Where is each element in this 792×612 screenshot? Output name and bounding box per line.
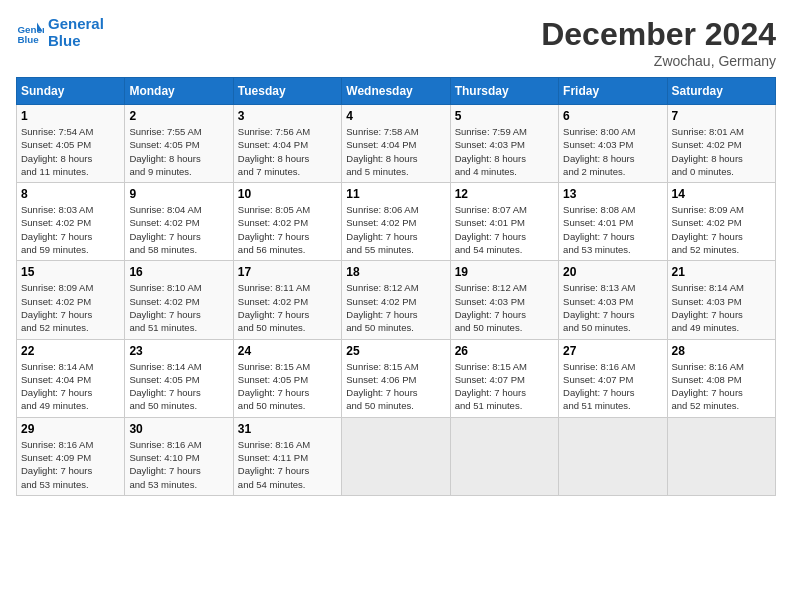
calendar-week-row: 8Sunrise: 8:03 AM Sunset: 4:02 PM Daylig… (17, 183, 776, 261)
day-number: 23 (129, 344, 228, 358)
day-number: 28 (672, 344, 771, 358)
day-info: Sunrise: 8:15 AM Sunset: 4:07 PM Dayligh… (455, 360, 554, 413)
day-info: Sunrise: 8:08 AM Sunset: 4:01 PM Dayligh… (563, 203, 662, 256)
day-number: 13 (563, 187, 662, 201)
day-number: 29 (21, 422, 120, 436)
day-info: Sunrise: 8:09 AM Sunset: 4:02 PM Dayligh… (672, 203, 771, 256)
calendar-cell: 14Sunrise: 8:09 AM Sunset: 4:02 PM Dayli… (667, 183, 775, 261)
calendar-cell: 10Sunrise: 8:05 AM Sunset: 4:02 PM Dayli… (233, 183, 341, 261)
calendar-cell: 11Sunrise: 8:06 AM Sunset: 4:02 PM Dayli… (342, 183, 450, 261)
svg-text:Blue: Blue (17, 33, 39, 44)
calendar-cell: 20Sunrise: 8:13 AM Sunset: 4:03 PM Dayli… (559, 261, 667, 339)
dow-header: Tuesday (233, 78, 341, 105)
day-number: 11 (346, 187, 445, 201)
calendar-cell (667, 417, 775, 495)
dow-header: Friday (559, 78, 667, 105)
day-number: 3 (238, 109, 337, 123)
day-info: Sunrise: 8:14 AM Sunset: 4:03 PM Dayligh… (672, 281, 771, 334)
day-info: Sunrise: 8:14 AM Sunset: 4:04 PM Dayligh… (21, 360, 120, 413)
day-number: 12 (455, 187, 554, 201)
logo-line1: General (48, 16, 104, 33)
calendar-cell: 12Sunrise: 8:07 AM Sunset: 4:01 PM Dayli… (450, 183, 558, 261)
logo: General Blue General Blue (16, 16, 104, 49)
day-info: Sunrise: 8:15 AM Sunset: 4:05 PM Dayligh… (238, 360, 337, 413)
calendar-cell: 30Sunrise: 8:16 AM Sunset: 4:10 PM Dayli… (125, 417, 233, 495)
calendar-cell: 17Sunrise: 8:11 AM Sunset: 4:02 PM Dayli… (233, 261, 341, 339)
calendar-cell: 31Sunrise: 8:16 AM Sunset: 4:11 PM Dayli… (233, 417, 341, 495)
day-info: Sunrise: 8:03 AM Sunset: 4:02 PM Dayligh… (21, 203, 120, 256)
location-subtitle: Zwochau, Germany (541, 53, 776, 69)
day-number: 16 (129, 265, 228, 279)
calendar-cell (559, 417, 667, 495)
day-number: 22 (21, 344, 120, 358)
calendar-cell: 29Sunrise: 8:16 AM Sunset: 4:09 PM Dayli… (17, 417, 125, 495)
calendar-cell: 8Sunrise: 8:03 AM Sunset: 4:02 PM Daylig… (17, 183, 125, 261)
day-number: 14 (672, 187, 771, 201)
calendar-cell: 13Sunrise: 8:08 AM Sunset: 4:01 PM Dayli… (559, 183, 667, 261)
day-number: 5 (455, 109, 554, 123)
dow-header: Wednesday (342, 78, 450, 105)
day-info: Sunrise: 7:59 AM Sunset: 4:03 PM Dayligh… (455, 125, 554, 178)
days-of-week-row: SundayMondayTuesdayWednesdayThursdayFrid… (17, 78, 776, 105)
calendar-cell: 25Sunrise: 8:15 AM Sunset: 4:06 PM Dayli… (342, 339, 450, 417)
day-info: Sunrise: 7:55 AM Sunset: 4:05 PM Dayligh… (129, 125, 228, 178)
day-info: Sunrise: 8:04 AM Sunset: 4:02 PM Dayligh… (129, 203, 228, 256)
dow-header: Saturday (667, 78, 775, 105)
day-info: Sunrise: 8:06 AM Sunset: 4:02 PM Dayligh… (346, 203, 445, 256)
page-header: General Blue General Blue December 2024 … (16, 16, 776, 69)
calendar-cell: 23Sunrise: 8:14 AM Sunset: 4:05 PM Dayli… (125, 339, 233, 417)
calendar-cell: 27Sunrise: 8:16 AM Sunset: 4:07 PM Dayli… (559, 339, 667, 417)
calendar-cell: 26Sunrise: 8:15 AM Sunset: 4:07 PM Dayli… (450, 339, 558, 417)
dow-header: Monday (125, 78, 233, 105)
day-number: 10 (238, 187, 337, 201)
day-info: Sunrise: 7:58 AM Sunset: 4:04 PM Dayligh… (346, 125, 445, 178)
day-number: 21 (672, 265, 771, 279)
calendar-cell: 28Sunrise: 8:16 AM Sunset: 4:08 PM Dayli… (667, 339, 775, 417)
day-number: 6 (563, 109, 662, 123)
calendar-week-row: 29Sunrise: 8:16 AM Sunset: 4:09 PM Dayli… (17, 417, 776, 495)
logo-line2: Blue (48, 33, 104, 50)
day-info: Sunrise: 8:12 AM Sunset: 4:02 PM Dayligh… (346, 281, 445, 334)
calendar-cell: 18Sunrise: 8:12 AM Sunset: 4:02 PM Dayli… (342, 261, 450, 339)
day-number: 18 (346, 265, 445, 279)
month-title: December 2024 (541, 16, 776, 53)
day-info: Sunrise: 8:16 AM Sunset: 4:08 PM Dayligh… (672, 360, 771, 413)
calendar-cell: 24Sunrise: 8:15 AM Sunset: 4:05 PM Dayli… (233, 339, 341, 417)
day-info: Sunrise: 8:00 AM Sunset: 4:03 PM Dayligh… (563, 125, 662, 178)
title-block: December 2024 Zwochau, Germany (541, 16, 776, 69)
day-number: 7 (672, 109, 771, 123)
day-info: Sunrise: 8:16 AM Sunset: 4:09 PM Dayligh… (21, 438, 120, 491)
day-info: Sunrise: 8:09 AM Sunset: 4:02 PM Dayligh… (21, 281, 120, 334)
day-info: Sunrise: 8:13 AM Sunset: 4:03 PM Dayligh… (563, 281, 662, 334)
day-number: 17 (238, 265, 337, 279)
day-number: 2 (129, 109, 228, 123)
calendar-week-row: 15Sunrise: 8:09 AM Sunset: 4:02 PM Dayli… (17, 261, 776, 339)
day-info: Sunrise: 7:56 AM Sunset: 4:04 PM Dayligh… (238, 125, 337, 178)
calendar-cell: 2Sunrise: 7:55 AM Sunset: 4:05 PM Daylig… (125, 105, 233, 183)
calendar-cell: 5Sunrise: 7:59 AM Sunset: 4:03 PM Daylig… (450, 105, 558, 183)
day-info: Sunrise: 8:16 AM Sunset: 4:07 PM Dayligh… (563, 360, 662, 413)
calendar-week-row: 1Sunrise: 7:54 AM Sunset: 4:05 PM Daylig… (17, 105, 776, 183)
day-info: Sunrise: 8:11 AM Sunset: 4:02 PM Dayligh… (238, 281, 337, 334)
calendar-cell: 16Sunrise: 8:10 AM Sunset: 4:02 PM Dayli… (125, 261, 233, 339)
day-info: Sunrise: 8:16 AM Sunset: 4:11 PM Dayligh… (238, 438, 337, 491)
day-number: 19 (455, 265, 554, 279)
day-number: 1 (21, 109, 120, 123)
calendar-body: 1Sunrise: 7:54 AM Sunset: 4:05 PM Daylig… (17, 105, 776, 496)
day-info: Sunrise: 7:54 AM Sunset: 4:05 PM Dayligh… (21, 125, 120, 178)
day-info: Sunrise: 8:16 AM Sunset: 4:10 PM Dayligh… (129, 438, 228, 491)
day-number: 31 (238, 422, 337, 436)
day-number: 26 (455, 344, 554, 358)
logo-icon: General Blue (16, 19, 44, 47)
calendar-cell (450, 417, 558, 495)
day-number: 30 (129, 422, 228, 436)
day-info: Sunrise: 8:05 AM Sunset: 4:02 PM Dayligh… (238, 203, 337, 256)
calendar-cell: 4Sunrise: 7:58 AM Sunset: 4:04 PM Daylig… (342, 105, 450, 183)
calendar-cell: 1Sunrise: 7:54 AM Sunset: 4:05 PM Daylig… (17, 105, 125, 183)
calendar-cell: 9Sunrise: 8:04 AM Sunset: 4:02 PM Daylig… (125, 183, 233, 261)
dow-header: Sunday (17, 78, 125, 105)
day-info: Sunrise: 8:15 AM Sunset: 4:06 PM Dayligh… (346, 360, 445, 413)
dow-header: Thursday (450, 78, 558, 105)
day-number: 20 (563, 265, 662, 279)
day-number: 15 (21, 265, 120, 279)
